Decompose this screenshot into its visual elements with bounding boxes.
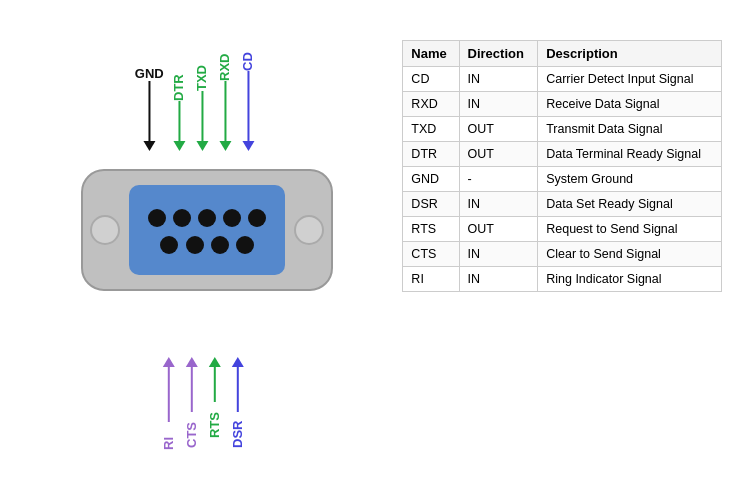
svg-point-8 bbox=[248, 209, 266, 227]
svg-point-7 bbox=[223, 209, 241, 227]
col-header-name: Name bbox=[403, 41, 459, 67]
table-cell-7-0: CTS bbox=[403, 242, 459, 267]
table-cell-4-0: GND bbox=[403, 167, 459, 192]
table-row: GND-System Ground bbox=[403, 167, 722, 192]
table-row: RIINRing Indicator Signal bbox=[403, 267, 722, 292]
dtr-text: DTR bbox=[172, 61, 187, 101]
table-cell-0-0: CD bbox=[403, 67, 459, 92]
table-cell-5-1: IN bbox=[459, 192, 538, 217]
table-cell-4-1: - bbox=[459, 167, 538, 192]
label-rxd: RXD bbox=[218, 41, 233, 151]
svg-point-9 bbox=[160, 236, 178, 254]
table-row: DTROUTData Terminal Ready Signal bbox=[403, 142, 722, 167]
label-rts: RTS bbox=[207, 357, 222, 438]
table-row: CDINCarrier Detect Input Signal bbox=[403, 67, 722, 92]
col-header-direction: Direction bbox=[459, 41, 538, 67]
svg-point-4 bbox=[148, 209, 166, 227]
table-cell-1-2: Receive Data Signal bbox=[538, 92, 722, 117]
table-cell-0-2: Carrier Detect Input Signal bbox=[538, 67, 722, 92]
table-cell-2-0: TXD bbox=[403, 117, 459, 142]
rts-text: RTS bbox=[207, 402, 222, 438]
table-cell-8-2: Ring Indicator Signal bbox=[538, 267, 722, 292]
table-row: DSRINData Set Ready Signal bbox=[403, 192, 722, 217]
label-txd: TXD bbox=[195, 51, 210, 151]
table-row: CTSINClear to Send Signal bbox=[403, 242, 722, 267]
label-dsr: DSR bbox=[230, 357, 245, 448]
table-cell-8-0: RI bbox=[403, 267, 459, 292]
svg-point-12 bbox=[236, 236, 254, 254]
svg-point-10 bbox=[186, 236, 204, 254]
svg-point-2 bbox=[295, 216, 323, 244]
table-row: RTSOUTRequest to Send Signal bbox=[403, 217, 722, 242]
table-cell-6-0: RTS bbox=[403, 217, 459, 242]
table-cell-1-0: RXD bbox=[403, 92, 459, 117]
col-header-description: Description bbox=[538, 41, 722, 67]
table-cell-6-2: Request to Send Signal bbox=[538, 217, 722, 242]
label-dtr: DTR bbox=[172, 61, 187, 151]
svg-point-1 bbox=[91, 216, 119, 244]
connector-svg bbox=[77, 150, 337, 310]
table-cell-3-0: DTR bbox=[403, 142, 459, 167]
svg-point-11 bbox=[211, 236, 229, 254]
table-cell-3-1: OUT bbox=[459, 142, 538, 167]
main-container: GND DTR TXD RXD bbox=[0, 0, 750, 500]
table-cell-5-0: DSR bbox=[403, 192, 459, 217]
table-cell-7-1: IN bbox=[459, 242, 538, 267]
connector-area: GND DTR TXD RXD bbox=[20, 20, 395, 480]
table-cell-2-2: Transmit Data Signal bbox=[538, 117, 722, 142]
table-cell-1-1: IN bbox=[459, 92, 538, 117]
table-cell-7-2: Clear to Send Signal bbox=[538, 242, 722, 267]
txd-text: TXD bbox=[195, 51, 210, 91]
cd-text: CD bbox=[241, 43, 256, 71]
rxd-text: RXD bbox=[218, 41, 233, 81]
signal-table: Name Direction Description CDINCarrier D… bbox=[402, 40, 722, 292]
table-cell-0-1: IN bbox=[459, 67, 538, 92]
table-area: Name Direction Description CDINCarrier D… bbox=[395, 20, 730, 480]
table-cell-2-1: OUT bbox=[459, 117, 538, 142]
table-row: RXDINReceive Data Signal bbox=[403, 92, 722, 117]
table-cell-5-2: Data Set Ready Signal bbox=[538, 192, 722, 217]
svg-rect-3 bbox=[129, 185, 285, 275]
table-cell-3-2: Data Terminal Ready Signal bbox=[538, 142, 722, 167]
label-cts: CTS bbox=[184, 357, 199, 448]
table-cell-6-1: OUT bbox=[459, 217, 538, 242]
gnd-text: GND bbox=[135, 66, 164, 81]
table-row: TXDOUTTransmit Data Signal bbox=[403, 117, 722, 142]
ri-text: RI bbox=[161, 422, 176, 450]
dsr-text: DSR bbox=[230, 412, 245, 448]
label-gnd: GND bbox=[135, 66, 164, 151]
table-cell-8-1: IN bbox=[459, 267, 538, 292]
bottom-labels: RI CTS RTS DSR bbox=[161, 357, 245, 450]
label-cd: CD bbox=[241, 43, 256, 151]
label-ri: RI bbox=[161, 357, 176, 450]
table-cell-4-2: System Ground bbox=[538, 167, 722, 192]
top-labels: GND DTR TXD RXD bbox=[135, 38, 256, 151]
cts-text: CTS bbox=[184, 412, 199, 448]
svg-point-5 bbox=[173, 209, 191, 227]
svg-point-6 bbox=[198, 209, 216, 227]
